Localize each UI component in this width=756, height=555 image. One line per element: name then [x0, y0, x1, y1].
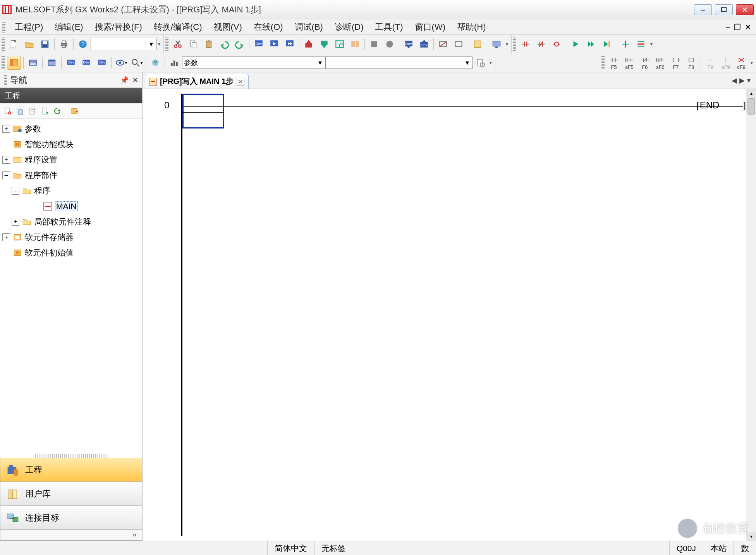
sim-start-button[interactable] — [436, 37, 450, 51]
redo-button[interactable] — [233, 37, 247, 51]
ladder-cursor[interactable] — [182, 94, 224, 128]
hline-tool[interactable] — [634, 37, 648, 51]
menu-window[interactable]: 窗口(W) — [412, 21, 448, 33]
contact-tool[interactable] — [519, 37, 533, 51]
toolbar-overflow[interactable]: ▾ — [156, 41, 162, 47]
zoom-combo[interactable]: ▾ — [91, 38, 156, 50]
coil-tool[interactable] — [550, 37, 564, 51]
menu-project[interactable]: 工程(P) — [12, 21, 45, 33]
tab-menu-icon[interactable]: ▾ — [747, 76, 751, 85]
menu-diagnose[interactable]: 诊断(D) — [332, 21, 366, 33]
f8-key[interactable]: F8 — [685, 55, 698, 70]
undo-button[interactable] — [217, 37, 231, 51]
module-button[interactable] — [26, 56, 40, 70]
resize-handle[interactable] — [35, 454, 107, 458]
go-button[interactable] — [473, 56, 487, 70]
mdi-restore[interactable]: ❐ — [734, 22, 741, 32]
nav-new-icon[interactable] — [2, 106, 13, 116]
tree-item-device-init[interactable]: 软元件初始值 — [0, 245, 142, 260]
tab-close-icon[interactable]: ✕ — [237, 78, 244, 86]
monitor-stop-button[interactable] — [367, 37, 381, 51]
param-combo[interactable]: 参数▾ — [182, 57, 325, 69]
nav-refresh-icon[interactable] — [52, 106, 63, 116]
tree-item-program-parts[interactable]: –程序部件 — [0, 168, 142, 183]
scroll-thumb[interactable] — [747, 98, 755, 115]
sf9-key[interactable]: sF9 — [719, 55, 732, 70]
save-button[interactable] — [38, 37, 52, 51]
menu-tools[interactable]: 工具(T) — [373, 21, 405, 33]
nav-section-project[interactable]: 工程 — [0, 88, 142, 103]
dev-read-button[interactable]: Dev — [417, 37, 431, 51]
tree-item-main[interactable]: MAIN — [0, 199, 142, 214]
help-button[interactable]: ? — [76, 37, 90, 51]
maximize-button[interactable] — [715, 4, 733, 15]
tree-item-device-memory[interactable]: +软元件存储器 — [0, 230, 142, 245]
write-plc-button[interactable] — [302, 37, 316, 51]
read-plc-button[interactable] — [317, 37, 331, 51]
menu-help[interactable]: 帮助(H) — [455, 21, 488, 33]
nav-copy-icon[interactable] — [15, 106, 26, 116]
eye-button[interactable]: ▾ — [114, 56, 128, 70]
nav-filter-icon[interactable] — [69, 106, 80, 116]
step-tool[interactable] — [600, 37, 613, 51]
cut-button[interactable] — [171, 37, 185, 51]
tree-item-local-comments[interactable]: +局部软元件注释 — [0, 214, 142, 230]
dev1-button[interactable]: Dev — [64, 56, 78, 70]
dev2-button[interactable]: Dev — [79, 56, 93, 70]
find-button[interactable]: ▾ — [129, 56, 143, 70]
nav-btn-userlib[interactable]: 用户库 — [0, 482, 142, 506]
menu-edit[interactable]: 编辑(E) — [52, 21, 85, 33]
menu-search[interactable]: 搜索/替换(F) — [93, 21, 144, 33]
rebuild-button[interactable] — [283, 37, 297, 51]
device-combo[interactable]: ▾ — [325, 57, 472, 69]
histogram-button[interactable] — [167, 56, 181, 70]
tree-item-intelligent[interactable]: 智能功能模块 — [0, 137, 142, 152]
screen-button[interactable] — [490, 37, 503, 51]
nav-btn-target[interactable]: 连接目标 — [0, 506, 142, 530]
vertical-scrollbar[interactable]: ▴ ▾ — [746, 89, 756, 541]
convert-all-button[interactable] — [267, 37, 281, 51]
pin-icon[interactable]: 📌 — [120, 76, 129, 84]
menu-online[interactable]: 在线(O) — [251, 21, 285, 33]
toolbar-overflow[interactable]: ▾ — [488, 60, 493, 65]
mdi-close[interactable]: ✕ — [745, 22, 751, 32]
tree-item-params[interactable]: +参数 — [0, 121, 142, 137]
xref-button[interactable]: ? — [148, 56, 162, 70]
ladder-editor[interactable]: 0 [END] ▴ ▾ — [143, 89, 756, 541]
compare-button[interactable] — [348, 37, 362, 51]
contact-b-tool[interactable] — [534, 37, 548, 51]
toolbar-overflow[interactable]: ▾ — [649, 41, 654, 47]
minimize-button[interactable] — [694, 4, 712, 15]
dev3-button[interactable]: Dev — [95, 56, 109, 70]
runfast-tool[interactable] — [584, 37, 598, 51]
paste-button[interactable] — [202, 37, 216, 51]
vline-tool[interactable] — [619, 37, 632, 51]
print-button[interactable] — [57, 37, 71, 51]
scroll-up-icon[interactable]: ▴ — [746, 89, 756, 98]
f6-key[interactable]: F6 — [638, 55, 651, 70]
verify-plc-button[interactable] — [333, 37, 347, 51]
open-button[interactable] — [22, 37, 36, 51]
nav-toggle-button[interactable] — [7, 56, 21, 70]
monitor-start-button[interactable] — [383, 37, 397, 51]
nav-add-icon[interactable] — [40, 106, 50, 116]
cf9-key[interactable]: cF9 — [735, 55, 748, 70]
tab-prev-icon[interactable]: ◀ — [732, 76, 737, 85]
nav-props-icon[interactable] — [27, 106, 38, 116]
docking-button[interactable] — [471, 37, 485, 51]
toolbar-overflow[interactable]: ▾ — [749, 60, 754, 65]
copy-button[interactable] — [186, 37, 200, 51]
sim-stop-button[interactable] — [452, 37, 466, 51]
f9-key[interactable]: F9 — [704, 55, 717, 70]
menu-debug[interactable]: 调试(B) — [292, 21, 325, 33]
panel-close-icon[interactable]: ✕ — [132, 76, 138, 84]
document-tab[interactable]: [PRG]写入 MAIN 1步 ✕ — [145, 74, 249, 89]
new-button[interactable] — [7, 37, 21, 51]
sf5-key[interactable]: sF5 — [623, 55, 636, 70]
toolbar-overflow[interactable]: ▾ — [504, 41, 510, 47]
window-button[interactable] — [45, 56, 59, 70]
tree-item-program-settings[interactable]: +程序设置 — [0, 152, 142, 168]
menu-convert[interactable]: 转换/编译(C) — [151, 21, 204, 33]
project-tree[interactable]: +参数 智能功能模块 +程序设置 –程序部件 –程序 MAIN +局部软元件注释… — [0, 119, 142, 454]
tab-next-icon[interactable]: ▶ — [739, 76, 745, 85]
